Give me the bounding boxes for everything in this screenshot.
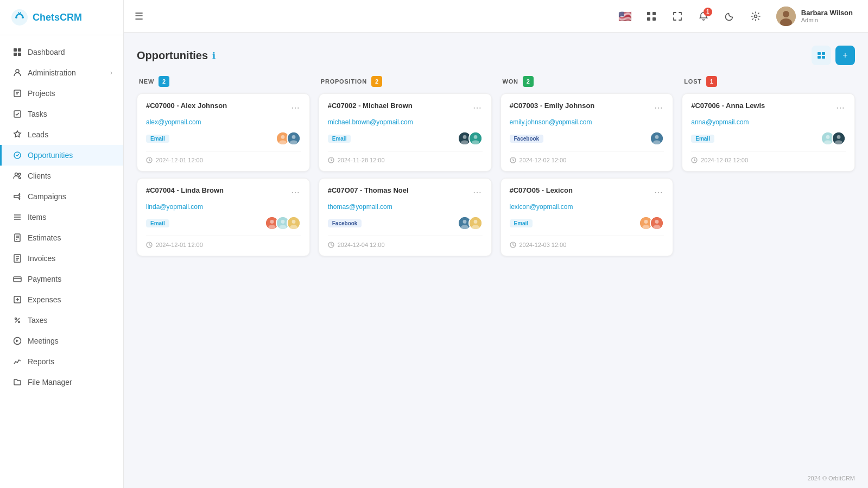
svg-rect-8 — [14, 90, 21, 97]
card-email[interactable]: emily.johnson@yopmail.com — [510, 118, 664, 126]
opportunity-card: #C07000 - Alex Johnson ⋯ alex@yopmail.co… — [137, 93, 310, 172]
sidebar-item-payments[interactable]: Payments — [0, 269, 123, 289]
card-header: #C07000 - Alex Johnson ⋯ — [146, 102, 301, 114]
opportunity-card: #C07O07 - Thomas Noel ⋯ thomas@yopmail.c… — [319, 178, 492, 256]
footer-text: 2024 © OrbitCRM — [807, 475, 855, 481]
svg-rect-49 — [822, 56, 825, 59]
card-menu-button[interactable]: ⋯ — [472, 186, 483, 199]
column-count-lost: 1 — [706, 76, 717, 87]
svg-point-96 — [837, 135, 841, 139]
card-menu-button[interactable]: ⋯ — [290, 186, 301, 199]
content-area: Opportunities ℹ + NEW 2 — [124, 33, 868, 468]
card-menu-button[interactable]: ⋯ — [653, 102, 664, 114]
card-header: #C07004 - Linda Brown ⋯ — [146, 186, 301, 199]
avatar — [776, 7, 796, 26]
card-date: 2024-11-28 12:00 — [338, 157, 385, 163]
sidebar-item-file-manager[interactable]: File Manager — [0, 372, 123, 392]
clock-icon — [146, 242, 153, 248]
user-profile[interactable]: Barbara Wilson Admin — [772, 4, 857, 28]
menu-toggle[interactable]: ☰ — [135, 10, 143, 22]
card-avatars — [458, 216, 483, 230]
info-icon[interactable]: ℹ — [212, 50, 216, 61]
sidebar-item-opportunities[interactable]: Opportunities — [0, 145, 123, 166]
card-email[interactable]: michael.brown@yopmail.com — [328, 118, 483, 126]
svg-point-68 — [462, 135, 466, 139]
sidebar-item-leads[interactable]: Leads — [0, 124, 123, 145]
card-avatars — [821, 131, 846, 145]
sidebar-label-invoices: Invoices — [28, 254, 55, 263]
page-header: Opportunities ℹ + — [137, 46, 855, 65]
svg-point-58 — [270, 220, 274, 224]
sidebar-label-estimates: Estimates — [28, 233, 61, 242]
card-email[interactable]: alex@yopmail.com — [146, 118, 301, 126]
card-date: 2024-12-01 12:00 — [156, 242, 203, 248]
card-date: 2024-12-04 12:00 — [338, 242, 385, 248]
svg-rect-40 — [647, 17, 650, 21]
svg-point-42 — [754, 15, 757, 17]
kanban-board: NEW 2 #C07000 - Alex Johnson ⋯ alex@yopm… — [137, 76, 855, 263]
notifications-button[interactable]: 1 — [694, 7, 713, 26]
card-avatars — [265, 216, 301, 230]
svg-point-79 — [472, 225, 479, 229]
sidebar-item-meetings[interactable]: Meetings — [0, 331, 123, 351]
svg-point-90 — [653, 225, 661, 229]
settings-button[interactable] — [746, 7, 765, 26]
svg-point-35 — [15, 318, 17, 320]
sidebar-label-projects: Projects — [28, 89, 55, 98]
expenses-icon — [12, 295, 22, 305]
opportunities-icon — [12, 150, 22, 160]
svg-point-86 — [644, 220, 648, 224]
view-toggle-button[interactable] — [812, 46, 831, 65]
user-name: Barbara Wilson — [801, 9, 853, 17]
card-menu-button[interactable]: ⋯ — [653, 186, 664, 199]
add-opportunity-button[interactable]: + — [835, 46, 855, 65]
theme-toggle[interactable] — [720, 7, 739, 26]
page-title: Opportunities — [137, 49, 208, 62]
card-avatar — [650, 131, 664, 145]
language-selector[interactable]: 🇺🇸 — [616, 7, 635, 26]
card-menu-button[interactable]: ⋯ — [472, 102, 483, 114]
sidebar-item-clients[interactable]: Clients — [0, 166, 123, 186]
card-source-tag: Email — [510, 219, 533, 227]
svg-point-82 — [655, 135, 659, 139]
fullscreen-button[interactable] — [668, 7, 687, 26]
sidebar-item-expenses[interactable]: Expenses — [0, 289, 123, 310]
card-meta: Facebook — [510, 135, 544, 143]
sidebar-item-taxes[interactable]: Taxes — [0, 310, 123, 331]
sidebar-label-administration: Administration — [28, 68, 76, 77]
card-avatar — [832, 131, 846, 145]
card-menu-button[interactable]: ⋯ — [290, 102, 301, 114]
card-source-tag: Facebook — [510, 135, 544, 143]
card-email[interactable]: anna@yopmail.com — [691, 118, 846, 126]
card-header: #C07002 - Michael Brown ⋯ — [328, 102, 483, 114]
user-role: Admin — [801, 17, 853, 23]
sidebar-label-tasks: Tasks — [28, 110, 47, 118]
sidebar-item-dashboard[interactable]: Dashboard — [0, 42, 123, 62]
payments-icon — [12, 274, 22, 284]
sidebar-item-reports[interactable]: Reports — [0, 351, 123, 372]
sidebar-item-invoices[interactable]: Invoices — [0, 248, 123, 269]
sidebar-item-items[interactable]: Items — [0, 207, 123, 227]
card-menu-button[interactable]: ⋯ — [835, 102, 846, 114]
svg-point-14 — [18, 173, 21, 175]
sidebar-item-projects[interactable]: Projects — [0, 83, 123, 104]
kanban-column-new: NEW 2 #C07000 - Alex Johnson ⋯ alex@yopm… — [137, 76, 310, 263]
card-email[interactable]: lexicon@yopmail.com — [510, 203, 664, 211]
sidebar-item-campaigns[interactable]: Campaigns — [0, 186, 123, 207]
column-header-lost: LOST 1 — [682, 76, 855, 87]
card-avatar — [650, 216, 664, 230]
card-time: 2024-12-02 12:00 — [691, 157, 846, 163]
card-avatar — [468, 131, 483, 145]
card-header: #C07O05 - Lexicon ⋯ — [510, 186, 664, 199]
list-view-icon — [817, 51, 826, 60]
sidebar-item-administration[interactable]: Administration › — [0, 62, 123, 83]
items-icon — [12, 212, 22, 222]
svg-rect-38 — [647, 12, 650, 15]
sidebar-item-tasks[interactable]: Tasks — [0, 104, 123, 124]
card-email[interactable]: linda@yopmail.com — [146, 203, 301, 211]
card-footer: Email — [146, 216, 301, 230]
logo[interactable]: ChetsCRM — [0, 0, 123, 35]
card-email[interactable]: thomas@yopmail.com — [328, 203, 483, 211]
apps-grid-button[interactable] — [642, 7, 661, 26]
sidebar-item-estimates[interactable]: Estimates — [0, 227, 123, 248]
